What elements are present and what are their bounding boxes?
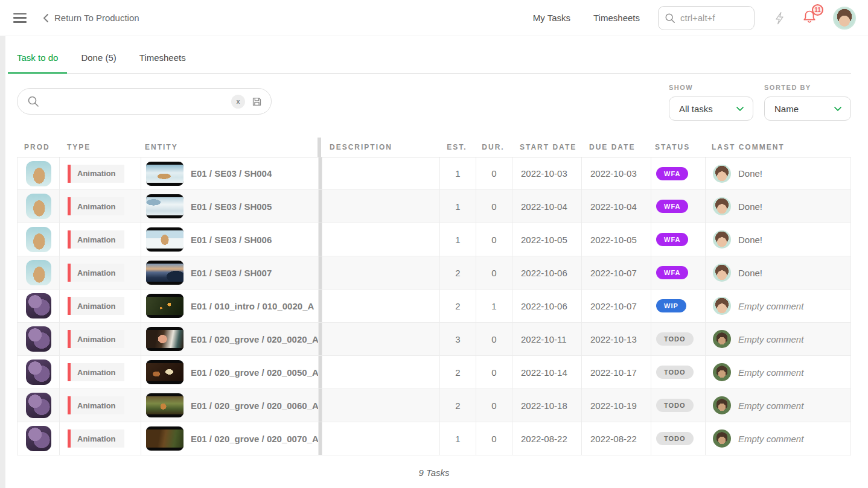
table-row[interactable]: Animation E01 / 020_grove / 020_0070_A 1… xyxy=(18,422,850,455)
due-date-cell: 2022-10-13 xyxy=(581,323,651,355)
status-badge: TODO xyxy=(656,366,694,379)
task-filter-input[interactable] xyxy=(45,97,225,107)
task-type-badge: Animation xyxy=(68,429,124,448)
production-thumbnail[interactable] xyxy=(26,393,51,418)
description-cell xyxy=(322,157,439,189)
estimation-cell: 2 xyxy=(439,290,476,322)
last-comment-text: Done! xyxy=(738,201,762,212)
production-thumbnail[interactable] xyxy=(26,260,51,285)
task-type-badge: Animation xyxy=(68,330,124,348)
nav-my-tasks[interactable]: My Tasks xyxy=(533,13,570,23)
start-date-cell: 2022-10-11 xyxy=(512,323,581,355)
global-search-box[interactable] xyxy=(658,6,755,30)
sorted-by-select[interactable]: Name xyxy=(764,97,851,121)
production-thumbnail[interactable] xyxy=(26,161,51,186)
entity-link[interactable]: E01 / SE03 / SH005 xyxy=(141,190,318,223)
shot-thumbnail xyxy=(146,227,183,252)
notifications-bell-icon[interactable]: 11 xyxy=(802,8,817,27)
table-row[interactable]: Animation E01 / SE03 / SH006 1 0 2022-10… xyxy=(18,223,850,256)
global-search-input[interactable] xyxy=(680,13,748,23)
tab-done[interactable]: Done (5) xyxy=(81,52,116,73)
last-comment-text: Empty comment xyxy=(738,301,803,311)
back-to-production-link[interactable]: Return To Production xyxy=(42,13,139,23)
tab-task-to-do[interactable]: Task to do xyxy=(17,52,58,73)
production-thumbnail[interactable] xyxy=(26,227,51,252)
task-type-badge: Animation xyxy=(68,297,124,315)
chevron-down-icon xyxy=(834,106,842,112)
due-date-cell: 2022-10-19 xyxy=(581,389,651,422)
duration-cell: 0 xyxy=(476,422,512,455)
clear-search-button[interactable]: x xyxy=(231,95,245,109)
topbar: Return To Production My Tasks Timesheets… xyxy=(0,0,868,36)
estimation-cell: 1 xyxy=(439,223,476,256)
due-date-cell: 2022-10-07 xyxy=(581,256,651,289)
shot-thumbnail xyxy=(146,327,183,351)
tab-timesheets[interactable]: Timesheets xyxy=(139,52,186,73)
task-type-badge: Animation xyxy=(68,230,124,249)
show-filter-select[interactable]: All tasks xyxy=(669,97,753,121)
entity-link[interactable]: E01 / 020_grove / 020_0020_A xyxy=(141,323,318,355)
search-icon xyxy=(27,95,39,107)
duration-cell: 0 xyxy=(476,190,512,223)
task-filter-search-box[interactable]: x xyxy=(17,88,272,115)
col-header-last-comment: LAST COMMENT xyxy=(704,138,851,157)
start-date-cell: 2022-10-03 xyxy=(512,157,581,189)
duration-cell: 0 xyxy=(476,157,512,189)
page-left-edge xyxy=(0,15,5,488)
due-date-cell: 2022-10-04 xyxy=(581,190,651,223)
table-row[interactable]: Animation E01 / SE03 / SH004 1 0 2022-10… xyxy=(18,157,850,190)
status-badge: WFA xyxy=(656,233,688,246)
table-row[interactable]: Animation E01 / 020_grove / 020_0050_A 2… xyxy=(18,356,850,389)
production-thumbnail[interactable] xyxy=(26,326,51,352)
user-avatar[interactable] xyxy=(833,7,856,30)
table-row[interactable]: Animation E01 / SE03 / SH005 1 0 2022-10… xyxy=(18,190,850,223)
description-cell xyxy=(322,290,439,322)
last-comment-text: Empty comment xyxy=(738,401,803,411)
tasks-count-footer: 9 Tasks xyxy=(0,467,868,478)
entity-link[interactable]: E01 / SE03 / SH007 xyxy=(141,256,318,289)
task-type-badge: Animation xyxy=(68,363,124,381)
save-filter-icon[interactable] xyxy=(251,96,263,107)
commenter-avatar xyxy=(713,297,731,315)
entity-link[interactable]: E01 / SE03 / SH004 xyxy=(141,157,318,189)
production-thumbnail[interactable] xyxy=(26,426,51,451)
status-badge: WFA xyxy=(656,266,688,279)
description-cell xyxy=(322,323,439,355)
commenter-avatar xyxy=(713,396,731,414)
commenter-avatar xyxy=(713,363,731,381)
table-row[interactable]: Animation E01 / SE03 / SH007 2 0 2022-10… xyxy=(18,256,850,290)
estimation-cell: 3 xyxy=(439,323,476,355)
table-row[interactable]: Animation E01 / 020_grove / 020_0020_A 3… xyxy=(18,323,850,356)
task-type-badge: Animation xyxy=(68,396,124,414)
entity-link[interactable]: E01 / 020_grove / 020_0060_A xyxy=(141,389,318,422)
nav-timesheets[interactable]: Timesheets xyxy=(593,13,640,23)
table-row[interactable]: Animation E01 / 010_intro / 010_0020_A 2… xyxy=(18,290,850,323)
table-header-row: PROD TYPE ENTITY DESCRIPTION EST. DUR. S… xyxy=(17,138,851,157)
col-header-status: STATUS xyxy=(650,138,704,157)
entity-link[interactable]: E01 / 020_grove / 020_0070_A xyxy=(141,422,318,455)
entity-link[interactable]: E01 / 020_grove / 020_0050_A xyxy=(141,356,318,388)
col-header-dur: DUR. xyxy=(475,138,511,157)
entity-link[interactable]: E01 / 010_intro / 010_0020_A xyxy=(141,290,318,322)
estimation-cell: 2 xyxy=(439,389,476,422)
show-filter-label: SHOW xyxy=(669,84,753,91)
production-thumbnail[interactable] xyxy=(26,194,51,219)
entity-link[interactable]: E01 / SE03 / SH006 xyxy=(141,223,318,256)
start-date-cell: 2022-10-04 xyxy=(512,190,581,223)
table-row[interactable]: Animation E01 / 020_grove / 020_0060_A 2… xyxy=(18,389,850,422)
status-badge: WIP xyxy=(656,299,686,312)
topbar-nav: My Tasks Timesheets xyxy=(533,13,640,23)
task-type-badge: Animation xyxy=(68,197,124,215)
status-badge: WFA xyxy=(656,167,688,180)
menu-icon[interactable] xyxy=(13,13,27,23)
shot-thumbnail xyxy=(146,162,183,186)
last-comment-text: Empty comment xyxy=(738,334,803,344)
commenter-avatar xyxy=(713,264,731,282)
back-link-label: Return To Production xyxy=(54,13,139,23)
start-date-cell: 2022-08-22 xyxy=(512,422,581,455)
due-date-cell: 2022-08-22 xyxy=(581,422,651,455)
flash-icon[interactable] xyxy=(773,11,786,25)
production-thumbnail[interactable] xyxy=(26,293,51,318)
description-cell xyxy=(322,223,439,256)
production-thumbnail[interactable] xyxy=(26,360,51,385)
